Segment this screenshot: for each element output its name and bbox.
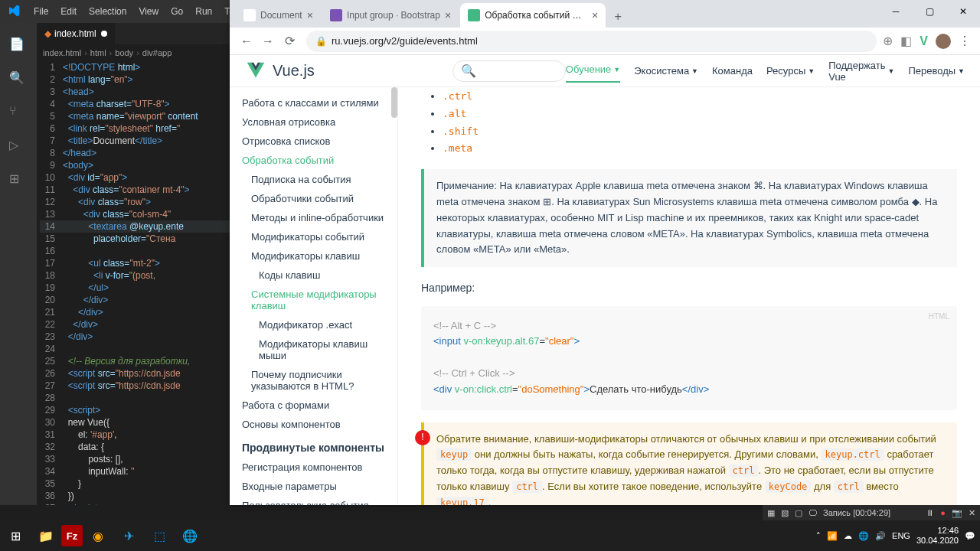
breadcrumb-item[interactable]: body	[115, 48, 133, 57]
clock[interactable]: 12:46 30.04.2020	[916, 526, 959, 546]
language-indicator[interactable]: ENG	[892, 531, 910, 540]
sidebar-item[interactable]: Пользовательские события	[230, 496, 397, 505]
code-line[interactable]: 22 </div>	[40, 318, 230, 331]
sidebar-item[interactable]: Работа с формами	[230, 396, 397, 415]
network-icon[interactable]: 🌐	[858, 531, 869, 541]
code-line[interactable]: 7 <title>Document</title>	[40, 135, 230, 147]
code-line[interactable]: 3<head>	[40, 86, 230, 98]
breadcrumb[interactable]: index.html › html › body › div#app	[37, 44, 230, 61]
sidebar-item[interactable]: Модификатор .exact	[230, 315, 397, 334]
file-explorer-icon[interactable]: 📁	[31, 520, 61, 551]
avatar[interactable]	[936, 34, 951, 49]
back-button[interactable]: ←	[236, 34, 257, 48]
code-line[interactable]: 14 <textarea @keyup.ente	[40, 220, 230, 233]
vscode-taskbar-icon[interactable]: ⬚	[144, 520, 175, 551]
reload-button[interactable]: ⟳	[279, 34, 300, 48]
menu-go[interactable]: Go	[165, 6, 189, 17]
notifications-icon[interactable]: 💬	[965, 531, 975, 541]
sidebar-item[interactable]: Основы компонентов	[230, 415, 397, 434]
sidebar-item[interactable]: Входные параметры	[230, 477, 397, 496]
sidebar-item[interactable]: Обработка событий	[230, 151, 397, 170]
vue-logo[interactable]: Vue.js	[245, 60, 315, 82]
ext-icon[interactable]: ◧	[900, 34, 912, 48]
sidebar-item[interactable]: Модификаторы клавиш	[230, 246, 397, 266]
code-area[interactable]: 1<!DOCTYPE html>2<html lang="en">3<head>…	[37, 61, 230, 505]
close-button[interactable]: ✕	[946, 0, 980, 23]
app-icon[interactable]: ◉	[83, 520, 113, 551]
docs-sidebar[interactable]: Работа с классами и стилямиУсловная отри…	[230, 87, 398, 505]
nav-item[interactable]: Команда	[712, 60, 753, 83]
code-line[interactable]: 8</head>	[40, 147, 230, 159]
chrome-icon[interactable]: 🌐	[175, 520, 205, 551]
menu-edit[interactable]: Edit	[54, 6, 83, 17]
code-line[interactable]: 12 <div class="row">	[40, 196, 230, 208]
sidebar-item[interactable]: Модификаторы событий	[230, 227, 397, 246]
code-line[interactable]: 28	[40, 392, 230, 404]
record-icon[interactable]: ●	[940, 508, 946, 517]
sidebar-item[interactable]: Регистрация компонентов	[230, 458, 397, 477]
code-line[interactable]: 24	[40, 343, 230, 355]
code-line[interactable]: 37 </script>	[40, 502, 230, 505]
scrollbar[interactable]	[391, 87, 397, 118]
code-line[interactable]: 1<!DOCTYPE html>	[40, 61, 230, 73]
code-line[interactable]: 19 </ul>	[40, 282, 230, 294]
vue-devtools-icon[interactable]: V	[920, 34, 928, 48]
sidebar-item[interactable]: Продвинутые компоненты	[230, 434, 397, 458]
code-line[interactable]: 4 <meta charset="UTF-8">	[40, 98, 230, 110]
telegram-icon[interactable]: ✈	[113, 520, 144, 551]
code-line[interactable]: 32 data: {	[40, 441, 230, 453]
code-line[interactable]: 15 placeholder="Стена	[40, 233, 230, 245]
code-line[interactable]: 2<html lang="en">	[40, 73, 230, 86]
code-line[interactable]: 26 <script src="https://cdn.jsde	[40, 367, 230, 380]
nav-item[interactable]: Переводы ▼	[908, 60, 965, 83]
sidebar-item[interactable]: Модификаторы клавиш мыши	[230, 334, 397, 365]
sidebar-item[interactable]: Условная отрисовка	[230, 112, 397, 132]
close-icon[interactable]: ✕	[969, 508, 975, 518]
nav-item[interactable]: Поддержать Vue ▼	[828, 60, 894, 83]
forward-button[interactable]: →	[257, 34, 279, 48]
sidebar-item[interactable]: Работа с классами и стилями	[230, 93, 397, 112]
code-line[interactable]: 17 <ul class="mt-2">	[40, 257, 230, 269]
code-line[interactable]: 20 </div>	[40, 294, 230, 306]
code-line[interactable]: 23 </div>	[40, 331, 230, 343]
address-bar[interactable]: 🔒 ru.vuejs.org/v2/guide/events.html	[306, 31, 877, 52]
close-tab-icon[interactable]: ×	[445, 9, 451, 21]
close-tab-icon[interactable]: ×	[592, 9, 598, 21]
sidebar-item[interactable]: Почему подписчики указываются в HTML?	[230, 365, 397, 396]
debug-icon[interactable]: ▷	[9, 138, 28, 156]
source-control-icon[interactable]: ⑂	[9, 104, 28, 122]
start-button[interactable]: ⊞	[0, 520, 31, 551]
sidebar-item[interactable]: Методы и inline-обработчики	[230, 208, 397, 227]
tray-chevron[interactable]: ˄	[816, 531, 821, 541]
breadcrumb-item[interactable]: html	[90, 48, 106, 57]
browser-tab[interactable]: Document×	[236, 3, 321, 28]
sidebar-item[interactable]: Подписка на события	[230, 170, 397, 189]
nav-item[interactable]: Ресурсы ▼	[766, 60, 815, 83]
pause-icon[interactable]: ⏸	[926, 508, 934, 517]
breadcrumb-item[interactable]: div#app	[142, 48, 172, 57]
ext-icon[interactable]: ⊕	[883, 34, 893, 48]
code-line[interactable]: 34 inputWall: ''	[40, 465, 230, 478]
code-line[interactable]: 25 <!-- Версия для разработки,	[40, 355, 230, 367]
code-line[interactable]: 36 })	[40, 490, 230, 502]
code-line[interactable]: 16	[40, 245, 230, 257]
camera-icon[interactable]: 📷	[952, 508, 962, 518]
code-line[interactable]: 6 <link rel="stylesheet" href="	[40, 122, 230, 135]
code-line[interactable]: 21 </div>	[40, 306, 230, 318]
browser-tab[interactable]: Input group · Bootstrap×	[322, 3, 459, 28]
site-search[interactable]: 🔍	[452, 60, 566, 82]
sidebar-item[interactable]: Отрисовка списков	[230, 132, 397, 151]
code-line[interactable]: 27 <script src="https://cdn.jsde	[40, 380, 230, 392]
sidebar-item[interactable]: Системные модификаторы клавиш	[230, 285, 397, 315]
filezilla-icon[interactable]: Fz	[61, 525, 83, 546]
volume-icon[interactable]: 🔊	[875, 531, 886, 541]
code-line[interactable]: 30 new Vue({	[40, 416, 230, 429]
code-line[interactable]: 31 el: '#app',	[40, 429, 230, 441]
nav-item[interactable]: Экосистема ▼	[634, 60, 698, 83]
code-line[interactable]: 11 <div class="container mt-4">	[40, 184, 230, 196]
sidebar-item[interactable]: Обработчики событий	[230, 189, 397, 208]
code-line[interactable]: 29 <script>	[40, 404, 230, 416]
breadcrumb-item[interactable]: index.html	[43, 48, 81, 57]
extensions-icon[interactable]: ⊞	[9, 171, 28, 190]
code-line[interactable]: 33 posts: [],	[40, 453, 230, 465]
